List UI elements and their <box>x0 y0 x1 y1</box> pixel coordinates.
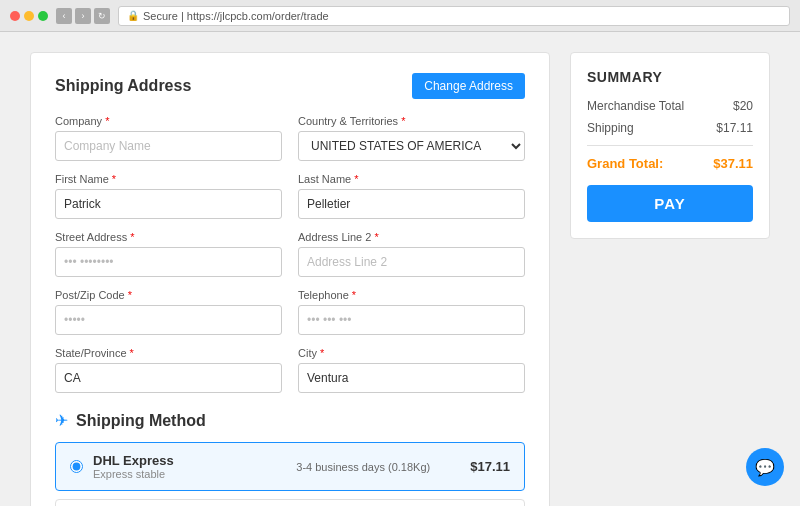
row-zip-phone: Post/Zip Code * Telephone * <box>55 289 525 335</box>
country-group: Country & Territories * UNITED STATES OF… <box>298 115 525 161</box>
shipping-method-header: ✈ Shipping Method <box>55 411 525 430</box>
state-group: State/Province * <box>55 347 282 393</box>
state-input[interactable] <box>55 363 282 393</box>
phone-input[interactable] <box>298 305 525 335</box>
company-label: Company * <box>55 115 282 127</box>
last-name-group: Last Name * <box>298 173 525 219</box>
maximize-dot[interactable] <box>38 11 48 21</box>
zip-group: Post/Zip Code * <box>55 289 282 335</box>
city-label: City * <box>298 347 525 359</box>
dhl-duration: 3-4 business days (0.18Kg) <box>277 461 451 473</box>
dhl-label-group: DHL Express Express stable <box>93 453 267 480</box>
first-name-input[interactable] <box>55 189 282 219</box>
url-text: Secure | https://jlcpcb.com/order/trade <box>143 10 329 22</box>
close-dot[interactable] <box>10 11 20 21</box>
merchandise-label: Merchandise Total <box>587 99 684 113</box>
company-input[interactable] <box>55 131 282 161</box>
nav-icons: ‹ › ↻ <box>56 8 110 24</box>
phone-label: Telephone * <box>298 289 525 301</box>
pay-button[interactable]: PAY <box>587 185 753 222</box>
page-container: Shipping Address Change Address Company … <box>0 32 800 506</box>
address2-label: Address Line 2 * <box>298 231 525 243</box>
shipping-method-title: Shipping Method <box>76 412 206 430</box>
minimize-dot[interactable] <box>24 11 34 21</box>
row-name: First Name * Last Name * <box>55 173 525 219</box>
main-form: Shipping Address Change Address Company … <box>30 52 550 506</box>
zip-input[interactable] <box>55 305 282 335</box>
back-icon[interactable]: ‹ <box>56 8 72 24</box>
grand-value: $37.11 <box>713 156 753 171</box>
reload-icon[interactable]: ↻ <box>94 8 110 24</box>
last-name-label: Last Name * <box>298 173 525 185</box>
street-group: Street Address * <box>55 231 282 277</box>
forward-icon[interactable]: › <box>75 8 91 24</box>
city-group: City * <box>298 347 525 393</box>
street-input[interactable] <box>55 247 282 277</box>
dhl-name: DHL Express <box>93 453 267 468</box>
row-company-country: Company * Country & Territories * UNITED… <box>55 115 525 161</box>
sidebar: SUMMARY Merchandise Total $20 Shipping $… <box>570 52 770 506</box>
merchandise-row: Merchandise Total $20 <box>587 99 753 113</box>
shipping-label: Shipping <box>587 121 634 135</box>
company-group: Company * <box>55 115 282 161</box>
city-input[interactable] <box>298 363 525 393</box>
shipping-option-air[interactable]: Registered Air Mail 15-20 business days … <box>55 499 525 506</box>
shipping-option-dhl[interactable]: DHL Express Express stable 3-4 business … <box>55 442 525 491</box>
first-name-label: First Name * <box>55 173 282 185</box>
shipping-address-header: Shipping Address Change Address <box>55 73 525 99</box>
summary-box: SUMMARY Merchandise Total $20 Shipping $… <box>570 52 770 239</box>
dhl-price: $17.11 <box>460 459 510 474</box>
row-state-city: State/Province * City * <box>55 347 525 393</box>
zip-label: Post/Zip Code * <box>55 289 282 301</box>
address2-input[interactable] <box>298 247 525 277</box>
shipping-address-title: Shipping Address <box>55 77 191 95</box>
street-label: Street Address * <box>55 231 282 243</box>
chat-button[interactable]: 💬 <box>746 448 784 486</box>
state-label: State/Province * <box>55 347 282 359</box>
phone-group: Telephone * <box>298 289 525 335</box>
dhl-radio[interactable] <box>70 460 83 473</box>
summary-divider <box>587 145 753 146</box>
window-controls <box>10 11 48 21</box>
summary-title: SUMMARY <box>587 69 753 85</box>
merchandise-value: $20 <box>733 99 753 113</box>
shipping-row: Shipping $17.11 <box>587 121 753 135</box>
last-name-input[interactable] <box>298 189 525 219</box>
address2-group: Address Line 2 * <box>298 231 525 277</box>
shipping-value: $17.11 <box>716 121 753 135</box>
url-bar[interactable]: 🔒 Secure | https://jlcpcb.com/order/trad… <box>118 6 790 26</box>
country-select[interactable]: UNITED STATES OF AMERICA <box>298 131 525 161</box>
grand-label: Grand Total: <box>587 156 663 171</box>
browser-chrome: ‹ › ↻ 🔒 Secure | https://jlcpcb.com/orde… <box>0 0 800 32</box>
grand-total-row: Grand Total: $37.11 <box>587 156 753 171</box>
shipping-method-section: ✈ Shipping Method DHL Express Express st… <box>55 411 525 506</box>
dhl-desc: Express stable <box>93 468 267 480</box>
lock-icon: 🔒 <box>127 10 139 21</box>
country-label: Country & Territories * <box>298 115 525 127</box>
row-address: Street Address * Address Line 2 * <box>55 231 525 277</box>
shipping-plane-icon: ✈ <box>55 411 68 430</box>
change-address-button[interactable]: Change Address <box>412 73 525 99</box>
first-name-group: First Name * <box>55 173 282 219</box>
